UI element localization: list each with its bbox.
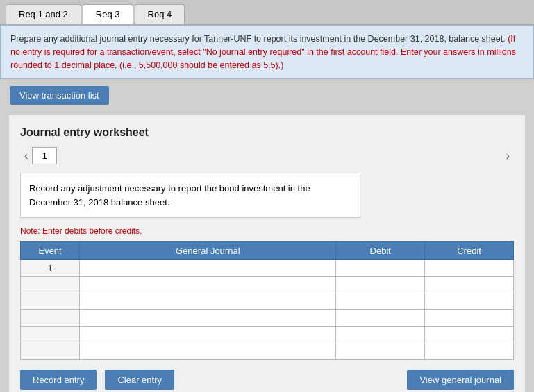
debit-cell-3[interactable] [336, 293, 425, 310]
page-wrapper: Req 1 and 2 Req 3 Req 4 Prepare any addi… [0, 0, 534, 392]
credit-input-5[interactable] [429, 330, 509, 340]
worksheet-card: Journal entry worksheet ‹ 1 › Record any… [8, 114, 526, 392]
credit-input-4[interactable] [429, 314, 509, 323]
credit-cell-3[interactable] [425, 293, 514, 310]
debit-cell-2[interactable] [336, 277, 425, 293]
debit-input-1[interactable] [340, 264, 420, 273]
credit-cell-1[interactable] [425, 260, 514, 277]
debit-cell-5[interactable] [336, 327, 425, 343]
event-cell-3 [21, 293, 80, 310]
general-journal-cell-1[interactable] [80, 260, 336, 277]
col-header-credit: Credit [425, 242, 514, 260]
event-cell-6 [21, 343, 80, 360]
credit-input-1[interactable] [429, 264, 509, 273]
note-text: Note: Enter debits before credits. [20, 226, 514, 236]
nav-row: ‹ 1 › [20, 147, 514, 164]
general-journal-cell-5[interactable] [80, 327, 336, 343]
event-cell-1: 1 [21, 260, 80, 277]
general-journal-cell-3[interactable] [80, 293, 336, 310]
info-box: Prepare any additional journal entry nec… [0, 25, 534, 79]
event-cell-4 [21, 310, 80, 327]
tab-req-1-2[interactable]: Req 1 and 2 [6, 4, 81, 24]
col-header-event: Event [21, 242, 80, 260]
table-row [21, 310, 514, 327]
tab-req-3[interactable]: Req 3 [83, 4, 133, 24]
general-journal-input-2[interactable] [84, 280, 331, 290]
credit-cell-2[interactable] [425, 277, 514, 293]
debit-cell-4[interactable] [336, 310, 425, 327]
general-journal-input-5[interactable] [84, 330, 331, 340]
credit-input-6[interactable] [429, 347, 509, 357]
debit-input-4[interactable] [340, 314, 420, 323]
table-row [21, 293, 514, 310]
event-cell-2 [21, 277, 80, 293]
page-number-box: 1 [32, 147, 57, 164]
view-transaction-button[interactable]: View transaction list [10, 86, 109, 105]
info-text-normal: Prepare any additional journal entry nec… [10, 34, 508, 44]
table-row [21, 277, 514, 293]
tab-bar: Req 1 and 2 Req 3 Req 4 [0, 0, 534, 25]
general-journal-input-3[interactable] [84, 297, 331, 307]
next-page-arrow[interactable]: › [502, 148, 514, 164]
credit-cell-4[interactable] [425, 310, 514, 327]
journal-table: Event General Journal Debit Credit 1 [20, 241, 514, 360]
credit-cell-5[interactable] [425, 327, 514, 343]
debit-input-6[interactable] [340, 347, 420, 357]
event-cell-5 [21, 327, 80, 343]
debit-cell-1[interactable] [336, 260, 425, 277]
general-journal-cell-4[interactable] [80, 310, 336, 327]
description-text: Record any adjustment necessary to repor… [29, 183, 310, 207]
prev-page-arrow[interactable]: ‹ [20, 148, 32, 164]
debit-input-2[interactable] [340, 280, 420, 290]
general-journal-input-1[interactable] [84, 264, 331, 273]
debit-input-3[interactable] [340, 297, 420, 307]
general-journal-cell-6[interactable] [80, 343, 336, 360]
general-journal-cell-2[interactable] [80, 277, 336, 293]
view-transaction-area: View transaction list [0, 79, 534, 114]
view-general-journal-button[interactable]: View general journal [407, 370, 514, 390]
credit-input-3[interactable] [429, 297, 509, 307]
col-header-debit: Debit [336, 242, 425, 260]
table-row [21, 343, 514, 360]
record-entry-button[interactable]: Record entry [20, 370, 97, 390]
clear-entry-button[interactable]: Clear entry [105, 370, 174, 390]
general-journal-input-4[interactable] [84, 314, 331, 323]
col-header-general-journal: General Journal [80, 242, 336, 260]
tab-req-4[interactable]: Req 4 [135, 4, 185, 24]
table-row [21, 327, 514, 343]
debit-cell-6[interactable] [336, 343, 425, 360]
debit-input-5[interactable] [340, 330, 420, 340]
table-row: 1 [21, 260, 514, 277]
credit-input-2[interactable] [429, 280, 509, 290]
action-buttons-row: Record entry Clear entry View general jo… [20, 370, 514, 390]
worksheet-title: Journal entry worksheet [20, 126, 514, 139]
credit-cell-6[interactable] [425, 343, 514, 360]
description-box: Record any adjustment necessary to repor… [20, 173, 360, 218]
general-journal-input-6[interactable] [84, 347, 331, 357]
